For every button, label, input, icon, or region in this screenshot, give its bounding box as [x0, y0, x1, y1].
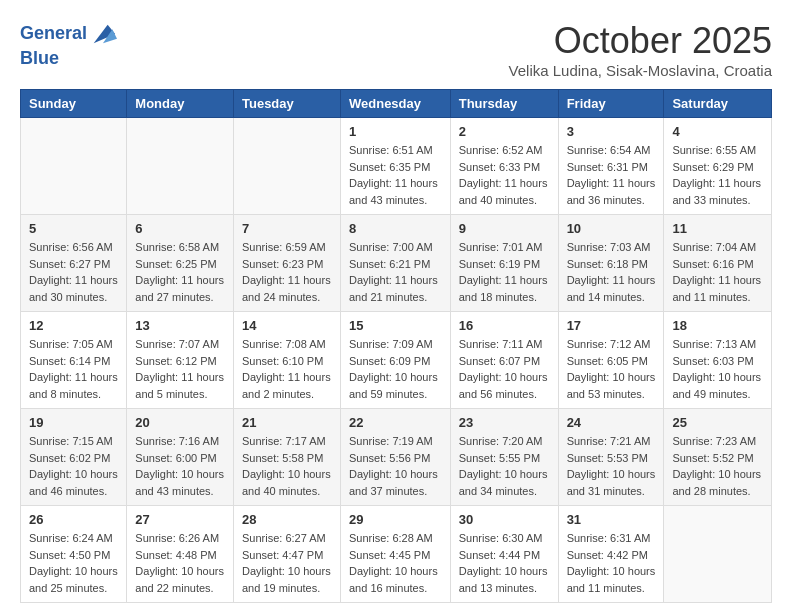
calendar-cell: 20Sunrise: 7:16 AM Sunset: 6:00 PM Dayli… [127, 409, 234, 506]
logo-icon [89, 20, 117, 48]
calendar-cell: 2Sunrise: 6:52 AM Sunset: 6:33 PM Daylig… [450, 118, 558, 215]
calendar-cell: 15Sunrise: 7:09 AM Sunset: 6:09 PM Dayli… [340, 312, 450, 409]
title-block: October 2025 Velika Ludina, Sisak-Moslav… [509, 20, 772, 79]
calendar-cell: 9Sunrise: 7:01 AM Sunset: 6:19 PM Daylig… [450, 215, 558, 312]
day-info: Sunrise: 6:56 AM Sunset: 6:27 PM Dayligh… [29, 239, 118, 305]
logo: General Blue [20, 20, 117, 70]
calendar-cell [127, 118, 234, 215]
calendar-cell: 31Sunrise: 6:31 AM Sunset: 4:42 PM Dayli… [558, 506, 664, 603]
day-number: 28 [242, 512, 332, 527]
logo-blue: Blue [20, 48, 117, 70]
day-info: Sunrise: 6:26 AM Sunset: 4:48 PM Dayligh… [135, 530, 225, 596]
day-number: 13 [135, 318, 225, 333]
day-info: Sunrise: 7:17 AM Sunset: 5:58 PM Dayligh… [242, 433, 332, 499]
day-info: Sunrise: 6:28 AM Sunset: 4:45 PM Dayligh… [349, 530, 442, 596]
day-number: 24 [567, 415, 656, 430]
day-number: 25 [672, 415, 763, 430]
day-number: 26 [29, 512, 118, 527]
day-info: Sunrise: 7:13 AM Sunset: 6:03 PM Dayligh… [672, 336, 763, 402]
day-number: 21 [242, 415, 332, 430]
day-info: Sunrise: 6:30 AM Sunset: 4:44 PM Dayligh… [459, 530, 550, 596]
page-header: General Blue October 2025 Velika Ludina,… [20, 20, 772, 79]
day-number: 17 [567, 318, 656, 333]
day-number: 3 [567, 124, 656, 139]
calendar-cell: 22Sunrise: 7:19 AM Sunset: 5:56 PM Dayli… [340, 409, 450, 506]
day-info: Sunrise: 7:12 AM Sunset: 6:05 PM Dayligh… [567, 336, 656, 402]
day-number: 10 [567, 221, 656, 236]
day-info: Sunrise: 6:55 AM Sunset: 6:29 PM Dayligh… [672, 142, 763, 208]
day-number: 31 [567, 512, 656, 527]
day-info: Sunrise: 7:09 AM Sunset: 6:09 PM Dayligh… [349, 336, 442, 402]
calendar-week-row: 5Sunrise: 6:56 AM Sunset: 6:27 PM Daylig… [21, 215, 772, 312]
day-number: 8 [349, 221, 442, 236]
day-info: Sunrise: 7:16 AM Sunset: 6:00 PM Dayligh… [135, 433, 225, 499]
month-title: October 2025 [509, 20, 772, 62]
weekday-header-friday: Friday [558, 90, 664, 118]
day-number: 1 [349, 124, 442, 139]
calendar-cell: 6Sunrise: 6:58 AM Sunset: 6:25 PM Daylig… [127, 215, 234, 312]
calendar-cell: 1Sunrise: 6:51 AM Sunset: 6:35 PM Daylig… [340, 118, 450, 215]
day-number: 18 [672, 318, 763, 333]
calendar-week-row: 19Sunrise: 7:15 AM Sunset: 6:02 PM Dayli… [21, 409, 772, 506]
calendar-cell: 18Sunrise: 7:13 AM Sunset: 6:03 PM Dayli… [664, 312, 772, 409]
calendar-cell: 12Sunrise: 7:05 AM Sunset: 6:14 PM Dayli… [21, 312, 127, 409]
weekday-header-thursday: Thursday [450, 90, 558, 118]
day-info: Sunrise: 7:20 AM Sunset: 5:55 PM Dayligh… [459, 433, 550, 499]
day-number: 4 [672, 124, 763, 139]
calendar-cell: 30Sunrise: 6:30 AM Sunset: 4:44 PM Dayli… [450, 506, 558, 603]
calendar-cell: 5Sunrise: 6:56 AM Sunset: 6:27 PM Daylig… [21, 215, 127, 312]
location-subtitle: Velika Ludina, Sisak-Moslavina, Croatia [509, 62, 772, 79]
day-info: Sunrise: 7:15 AM Sunset: 6:02 PM Dayligh… [29, 433, 118, 499]
day-number: 23 [459, 415, 550, 430]
weekday-header-sunday: Sunday [21, 90, 127, 118]
day-info: Sunrise: 7:21 AM Sunset: 5:53 PM Dayligh… [567, 433, 656, 499]
calendar-cell: 27Sunrise: 6:26 AM Sunset: 4:48 PM Dayli… [127, 506, 234, 603]
calendar-cell: 8Sunrise: 7:00 AM Sunset: 6:21 PM Daylig… [340, 215, 450, 312]
day-info: Sunrise: 6:59 AM Sunset: 6:23 PM Dayligh… [242, 239, 332, 305]
calendar-cell: 17Sunrise: 7:12 AM Sunset: 6:05 PM Dayli… [558, 312, 664, 409]
calendar-week-row: 12Sunrise: 7:05 AM Sunset: 6:14 PM Dayli… [21, 312, 772, 409]
day-info: Sunrise: 6:24 AM Sunset: 4:50 PM Dayligh… [29, 530, 118, 596]
day-info: Sunrise: 6:54 AM Sunset: 6:31 PM Dayligh… [567, 142, 656, 208]
day-info: Sunrise: 7:11 AM Sunset: 6:07 PM Dayligh… [459, 336, 550, 402]
day-number: 27 [135, 512, 225, 527]
calendar-cell: 11Sunrise: 7:04 AM Sunset: 6:16 PM Dayli… [664, 215, 772, 312]
day-number: 30 [459, 512, 550, 527]
day-info: Sunrise: 6:51 AM Sunset: 6:35 PM Dayligh… [349, 142, 442, 208]
day-info: Sunrise: 7:05 AM Sunset: 6:14 PM Dayligh… [29, 336, 118, 402]
calendar-cell: 25Sunrise: 7:23 AM Sunset: 5:52 PM Dayli… [664, 409, 772, 506]
day-info: Sunrise: 6:52 AM Sunset: 6:33 PM Dayligh… [459, 142, 550, 208]
calendar-cell: 4Sunrise: 6:55 AM Sunset: 6:29 PM Daylig… [664, 118, 772, 215]
day-info: Sunrise: 6:58 AM Sunset: 6:25 PM Dayligh… [135, 239, 225, 305]
calendar-week-row: 26Sunrise: 6:24 AM Sunset: 4:50 PM Dayli… [21, 506, 772, 603]
calendar-cell [233, 118, 340, 215]
day-number: 5 [29, 221, 118, 236]
calendar-cell [21, 118, 127, 215]
day-number: 12 [29, 318, 118, 333]
day-info: Sunrise: 7:08 AM Sunset: 6:10 PM Dayligh… [242, 336, 332, 402]
calendar-cell: 7Sunrise: 6:59 AM Sunset: 6:23 PM Daylig… [233, 215, 340, 312]
day-number: 9 [459, 221, 550, 236]
day-number: 11 [672, 221, 763, 236]
calendar-cell: 26Sunrise: 6:24 AM Sunset: 4:50 PM Dayli… [21, 506, 127, 603]
calendar-cell: 21Sunrise: 7:17 AM Sunset: 5:58 PM Dayli… [233, 409, 340, 506]
weekday-header-row: SundayMondayTuesdayWednesdayThursdayFrid… [21, 90, 772, 118]
calendar-cell: 29Sunrise: 6:28 AM Sunset: 4:45 PM Dayli… [340, 506, 450, 603]
day-number: 6 [135, 221, 225, 236]
calendar-cell: 14Sunrise: 7:08 AM Sunset: 6:10 PM Dayli… [233, 312, 340, 409]
day-info: Sunrise: 7:04 AM Sunset: 6:16 PM Dayligh… [672, 239, 763, 305]
weekday-header-monday: Monday [127, 90, 234, 118]
day-info: Sunrise: 7:07 AM Sunset: 6:12 PM Dayligh… [135, 336, 225, 402]
day-number: 29 [349, 512, 442, 527]
day-number: 2 [459, 124, 550, 139]
day-number: 16 [459, 318, 550, 333]
calendar-cell [664, 506, 772, 603]
day-info: Sunrise: 7:00 AM Sunset: 6:21 PM Dayligh… [349, 239, 442, 305]
calendar-cell: 3Sunrise: 6:54 AM Sunset: 6:31 PM Daylig… [558, 118, 664, 215]
weekday-header-saturday: Saturday [664, 90, 772, 118]
calendar-cell: 16Sunrise: 7:11 AM Sunset: 6:07 PM Dayli… [450, 312, 558, 409]
calendar-cell: 24Sunrise: 7:21 AM Sunset: 5:53 PM Dayli… [558, 409, 664, 506]
calendar-cell: 28Sunrise: 6:27 AM Sunset: 4:47 PM Dayli… [233, 506, 340, 603]
day-number: 15 [349, 318, 442, 333]
calendar-cell: 13Sunrise: 7:07 AM Sunset: 6:12 PM Dayli… [127, 312, 234, 409]
